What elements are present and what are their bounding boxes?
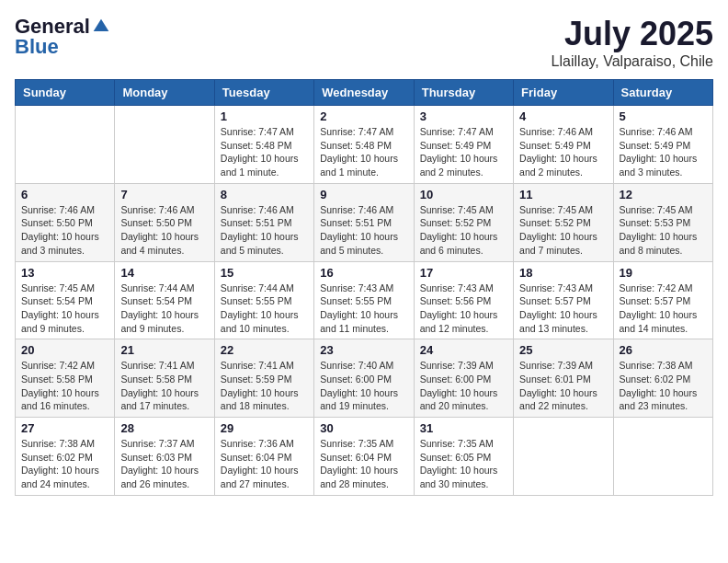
day-info: Sunrise: 7:45 AMSunset: 5:54 PMDaylight:… bbox=[21, 282, 108, 336]
day-info: Sunrise: 7:35 AMSunset: 6:05 PMDaylight:… bbox=[420, 437, 507, 491]
sunset-text: Sunset: 5:48 PM bbox=[320, 140, 392, 151]
daylight-text: Daylight: 10 hours and 28 minutes. bbox=[320, 465, 398, 489]
day-info: Sunrise: 7:43 AMSunset: 5:55 PMDaylight:… bbox=[320, 282, 407, 336]
day-info: Sunrise: 7:46 AMSunset: 5:51 PMDaylight:… bbox=[320, 203, 407, 258]
sunrise-text: Sunrise: 7:43 AM bbox=[420, 282, 494, 293]
day-number: 14 bbox=[120, 266, 208, 280]
day-number: 6 bbox=[21, 188, 108, 201]
sunset-text: Sunset: 6:02 PM bbox=[620, 373, 691, 385]
day-number: 5 bbox=[620, 109, 707, 123]
sunrise-text: Sunrise: 7:46 AM bbox=[620, 126, 693, 137]
day-info: Sunrise: 7:46 AMSunset: 5:49 PMDaylight:… bbox=[620, 125, 707, 179]
location-subtitle: Llaillay, Valparaiso, Chile bbox=[552, 53, 713, 70]
day-info: Sunrise: 7:43 AMSunset: 5:56 PMDaylight:… bbox=[420, 282, 507, 336]
day-number: 13 bbox=[21, 266, 108, 280]
daylight-text: Daylight: 10 hours and 4 minutes. bbox=[120, 231, 199, 256]
day-info: Sunrise: 7:47 AMSunset: 5:48 PMDaylight:… bbox=[221, 125, 308, 179]
sunrise-text: Sunrise: 7:47 AM bbox=[221, 126, 294, 137]
table-row: 31Sunrise: 7:35 AMSunset: 6:05 PMDayligh… bbox=[414, 418, 513, 496]
daylight-text: Daylight: 10 hours and 8 minutes. bbox=[620, 231, 698, 256]
sunset-text: Sunset: 6:03 PM bbox=[120, 452, 192, 463]
daylight-text: Daylight: 10 hours and 3 minutes. bbox=[21, 231, 99, 256]
table-row: 4Sunrise: 7:46 AMSunset: 5:49 PMDaylight… bbox=[514, 106, 613, 184]
sunset-text: Sunset: 6:01 PM bbox=[519, 373, 591, 385]
header-sunday: Sunday bbox=[16, 80, 115, 106]
sunset-text: Sunset: 5:48 PM bbox=[221, 140, 292, 151]
calendar-week-row: 20Sunrise: 7:42 AMSunset: 5:58 PMDayligh… bbox=[16, 339, 713, 418]
logo: General Blue bbox=[15, 15, 110, 59]
sunset-text: Sunset: 6:02 PM bbox=[21, 452, 93, 463]
sunrise-text: Sunrise: 7:38 AM bbox=[21, 438, 95, 449]
sunset-text: Sunset: 6:00 PM bbox=[320, 373, 392, 385]
day-number: 22 bbox=[221, 343, 308, 357]
table-row: 3Sunrise: 7:47 AMSunset: 5:49 PMDaylight… bbox=[414, 106, 513, 184]
daylight-text: Daylight: 10 hours and 2 minutes. bbox=[420, 153, 498, 178]
sunset-text: Sunset: 6:00 PM bbox=[420, 373, 492, 385]
table-row: 28Sunrise: 7:37 AMSunset: 6:03 PMDayligh… bbox=[115, 418, 214, 496]
sunset-text: Sunset: 5:54 PM bbox=[21, 295, 93, 306]
sunset-text: Sunset: 5:52 PM bbox=[519, 217, 591, 228]
table-row: 10Sunrise: 7:45 AMSunset: 5:52 PMDayligh… bbox=[414, 183, 513, 261]
sunset-text: Sunset: 5:49 PM bbox=[519, 140, 591, 151]
header-friday: Friday bbox=[514, 80, 613, 106]
sunset-text: Sunset: 5:59 PM bbox=[221, 373, 292, 385]
daylight-text: Daylight: 10 hours and 20 minutes. bbox=[420, 387, 498, 412]
table-row: 8Sunrise: 7:46 AMSunset: 5:51 PMDaylight… bbox=[214, 183, 313, 261]
sunrise-text: Sunrise: 7:45 AM bbox=[21, 282, 95, 293]
sunrise-text: Sunrise: 7:46 AM bbox=[320, 204, 393, 215]
sunset-text: Sunset: 5:49 PM bbox=[420, 140, 492, 151]
table-row: 23Sunrise: 7:40 AMSunset: 6:00 PMDayligh… bbox=[314, 339, 414, 418]
day-number: 25 bbox=[519, 343, 607, 357]
daylight-text: Daylight: 10 hours and 10 minutes. bbox=[221, 309, 299, 334]
sunrise-text: Sunrise: 7:46 AM bbox=[221, 204, 294, 215]
day-number: 10 bbox=[420, 188, 507, 201]
sunrise-text: Sunrise: 7:44 AM bbox=[221, 282, 294, 293]
daylight-text: Daylight: 10 hours and 12 minutes. bbox=[420, 309, 498, 334]
sunset-text: Sunset: 6:04 PM bbox=[320, 452, 392, 463]
table-row: 11Sunrise: 7:45 AMSunset: 5:52 PMDayligh… bbox=[514, 183, 613, 261]
daylight-text: Daylight: 10 hours and 26 minutes. bbox=[120, 465, 199, 489]
day-info: Sunrise: 7:44 AMSunset: 5:54 PMDaylight:… bbox=[120, 282, 208, 336]
svg-marker-0 bbox=[94, 19, 109, 31]
day-info: Sunrise: 7:39 AMSunset: 6:00 PMDaylight:… bbox=[420, 359, 507, 413]
day-info: Sunrise: 7:46 AMSunset: 5:49 PMDaylight:… bbox=[519, 125, 607, 179]
daylight-text: Daylight: 10 hours and 19 minutes. bbox=[320, 387, 398, 412]
sunset-text: Sunset: 5:52 PM bbox=[420, 217, 492, 228]
table-row: 9Sunrise: 7:46 AMSunset: 5:51 PMDaylight… bbox=[314, 183, 414, 261]
day-number: 15 bbox=[221, 266, 308, 280]
table-row: 24Sunrise: 7:39 AMSunset: 6:00 PMDayligh… bbox=[414, 339, 513, 418]
sunrise-text: Sunrise: 7:47 AM bbox=[420, 126, 494, 137]
sunrise-text: Sunrise: 7:47 AM bbox=[320, 126, 393, 137]
day-info: Sunrise: 7:46 AMSunset: 5:50 PMDaylight:… bbox=[120, 203, 208, 258]
day-number: 3 bbox=[420, 109, 507, 123]
day-info: Sunrise: 7:44 AMSunset: 5:55 PMDaylight:… bbox=[221, 282, 308, 336]
header-saturday: Saturday bbox=[613, 80, 712, 106]
logo-blue-text: Blue bbox=[15, 35, 59, 59]
sunset-text: Sunset: 5:54 PM bbox=[120, 295, 192, 306]
calendar-header-row: Sunday Monday Tuesday Wednesday Thursday… bbox=[16, 80, 713, 106]
sunset-text: Sunset: 5:58 PM bbox=[120, 373, 192, 385]
page-header: General Blue July 2025 Llaillay, Valpara… bbox=[15, 15, 713, 70]
day-info: Sunrise: 7:46 AMSunset: 5:50 PMDaylight:… bbox=[21, 203, 108, 258]
sunrise-text: Sunrise: 7:46 AM bbox=[120, 204, 194, 215]
day-number: 12 bbox=[620, 188, 707, 201]
day-number: 18 bbox=[519, 266, 607, 280]
day-info: Sunrise: 7:38 AMSunset: 6:02 PMDaylight:… bbox=[620, 359, 707, 413]
sunrise-text: Sunrise: 7:42 AM bbox=[620, 282, 693, 293]
table-row: 6Sunrise: 7:46 AMSunset: 5:50 PMDaylight… bbox=[16, 183, 115, 261]
sunrise-text: Sunrise: 7:42 AM bbox=[21, 360, 95, 371]
sunrise-text: Sunrise: 7:44 AM bbox=[120, 282, 194, 293]
day-info: Sunrise: 7:45 AMSunset: 5:52 PMDaylight:… bbox=[420, 203, 507, 258]
day-info: Sunrise: 7:38 AMSunset: 6:02 PMDaylight:… bbox=[21, 437, 108, 491]
table-row: 21Sunrise: 7:41 AMSunset: 5:58 PMDayligh… bbox=[115, 339, 214, 418]
sunrise-text: Sunrise: 7:45 AM bbox=[420, 204, 494, 215]
day-info: Sunrise: 7:39 AMSunset: 6:01 PMDaylight:… bbox=[519, 359, 607, 413]
day-number: 9 bbox=[320, 188, 407, 201]
sunset-text: Sunset: 5:50 PM bbox=[21, 217, 93, 228]
daylight-text: Daylight: 10 hours and 1 minute. bbox=[320, 153, 398, 178]
daylight-text: Daylight: 10 hours and 7 minutes. bbox=[519, 231, 597, 256]
logo-icon bbox=[92, 17, 110, 36]
table-row bbox=[16, 106, 115, 184]
calendar-week-row: 13Sunrise: 7:45 AMSunset: 5:54 PMDayligh… bbox=[16, 261, 713, 339]
day-number: 23 bbox=[320, 343, 407, 357]
